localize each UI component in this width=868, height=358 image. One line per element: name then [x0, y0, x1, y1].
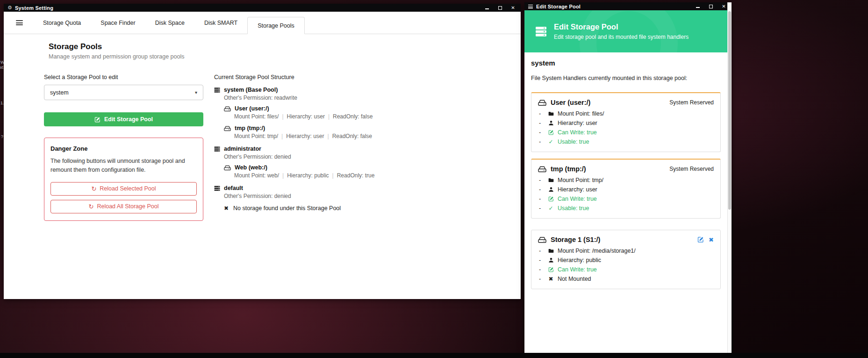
pool-name: default	[224, 185, 243, 191]
titlebar[interactable]: ⚙ System Setting ✕	[4, 4, 521, 12]
minimize-button[interactable]	[484, 5, 490, 11]
hdd-icon	[224, 106, 231, 112]
handler-name: tmp (tmp:/)	[551, 165, 586, 173]
usable-value: Usable: true	[558, 139, 589, 145]
close-button[interactable]: ✕	[721, 3, 727, 9]
separator: |	[329, 172, 337, 179]
mount-point-value: Mount Point: tmp/	[558, 177, 603, 183]
hierarchy: Hierarchy: user	[287, 113, 325, 120]
page-title: Storage Pools	[49, 42, 507, 51]
pool-permission: Other's Permission: denied	[224, 193, 507, 199]
handler-card: User (user:/) System Reserved - Mount Po…	[531, 92, 721, 152]
storage-pool-select[interactable]: system ▾	[44, 85, 203, 100]
dash: -	[539, 196, 547, 202]
storage-name: User (user:/)	[235, 105, 269, 112]
dash: -	[539, 257, 547, 263]
banner-title: Edit Storage Pool	[554, 22, 689, 31]
storage-details: Mount Point: files/|Hierarchy: user|Read…	[234, 113, 507, 120]
handler-card: Storage 1 (S1:/) ✖ - Mount Point: /media…	[531, 230, 721, 289]
check-icon: ✓	[547, 205, 554, 211]
maximize-button[interactable]	[708, 3, 714, 9]
handler-actions: ✖	[697, 236, 714, 243]
reload-all-pool-button[interactable]: ↻ Reload All Storage Pool	[50, 200, 197, 213]
edit-storage-pool-button[interactable]: Edit Storage Pool	[44, 112, 203, 126]
danger-zone-description: The following buttons will unmount stora…	[50, 157, 194, 175]
hierarchy-value: Hierarchy: public	[558, 257, 601, 263]
hdd-icon	[538, 99, 546, 106]
folder-icon	[547, 177, 554, 183]
mount-point-row: - Mount Point: /media/storage1/	[538, 248, 714, 254]
folder-icon	[547, 111, 554, 117]
usable-row: - ✓ Usable: true	[538, 205, 714, 212]
storage-item: Web (web:/) Mount Point: web/|Hierarchy:…	[224, 164, 507, 179]
reload-selected-pool-button[interactable]: ↻ Reload Selected Pool	[50, 182, 197, 196]
dash: -	[539, 120, 547, 126]
server-icon	[214, 146, 220, 152]
tab-disk-space[interactable]: Disk Space	[145, 12, 194, 34]
hierarchy-value: Hierarchy: user	[558, 186, 597, 193]
tab-space-finder[interactable]: Space Finder	[91, 12, 145, 34]
dash: -	[539, 266, 547, 273]
select-value: system	[50, 89, 69, 96]
refresh-icon: ↻	[89, 204, 94, 210]
maximize-button[interactable]	[497, 5, 503, 11]
edit-handler-button[interactable]	[697, 236, 704, 243]
banner: Edit Storage Pool Edit storage pool and …	[524, 10, 732, 52]
edit-pool-body: system File System Handlers currently mo…	[524, 52, 727, 289]
scrollbar-thumb[interactable]	[728, 11, 731, 210]
readonly-flag: ReadOnly: false	[333, 113, 373, 120]
tab-storage-quota[interactable]: Storage Quota	[33, 12, 91, 34]
mount-point-row: - Mount Point: tmp/	[538, 177, 714, 183]
pool-permission: Other's Permission: readwrite	[224, 95, 507, 101]
banner-subtitle: Edit storage pool and its mounted file s…	[554, 34, 689, 40]
close-button[interactable]: ✕	[510, 5, 516, 11]
edit-icon	[94, 117, 100, 123]
scrollbar[interactable]	[727, 2, 732, 358]
not-mounted-value: Not Mounted	[558, 276, 591, 282]
separator: |	[279, 113, 287, 120]
hdd-icon	[224, 165, 231, 171]
tab-disk-smart[interactable]: Disk SMART	[194, 12, 247, 34]
cross-icon: ✖	[547, 276, 554, 282]
handler-name: User (user:/)	[551, 99, 590, 106]
edit-storage-pool-window: Edit Storage Pool ✕ Edit Storage Pool Ed…	[524, 2, 732, 358]
window-title: Edit Storage Pool	[536, 4, 581, 9]
caret-down-icon: ▾	[195, 90, 197, 95]
remove-handler-button[interactable]: ✖	[709, 237, 714, 243]
menu-icon[interactable]	[16, 20, 23, 25]
maximize-icon	[498, 6, 502, 10]
pool-name: administrator	[224, 146, 261, 152]
tab-storage-pools[interactable]: Storage Pools	[247, 17, 305, 34]
taskbar	[0, 353, 868, 358]
storage-item: User (user:/) Mount Point: files/|Hierar…	[224, 105, 507, 120]
system-setting-window: ⚙ System Setting ✕ Storage Quota Space F…	[4, 4, 521, 299]
pool-item: system (Base Pool) Other's Permission: r…	[214, 87, 507, 139]
not-mounted-row: - ✖ Not Mounted	[538, 276, 714, 282]
dash: -	[539, 205, 547, 212]
hierarchy: Hierarchy: public	[287, 172, 329, 179]
readonly-flag: ReadOnly: false	[332, 133, 372, 139]
check-icon: ✓	[547, 139, 554, 145]
page-subtitle: Manage system and permission group stora…	[49, 53, 507, 60]
hdd-icon	[538, 236, 546, 243]
can-write-row: - Can Write: true	[538, 266, 714, 273]
titlebar[interactable]: Edit Storage Pool ✕	[524, 2, 732, 10]
edit-button-label: Edit Storage Pool	[104, 116, 153, 123]
dash: -	[539, 248, 547, 254]
minimize-button[interactable]	[695, 3, 701, 9]
cross-icon: ✖	[224, 205, 229, 212]
mount-point-row: - Mount Point: files/	[538, 110, 714, 117]
select-pool-label: Select a Storage Pool to edit	[44, 74, 203, 80]
pool-name-heading: system	[531, 59, 721, 67]
dash: -	[539, 186, 547, 193]
user-icon	[547, 187, 554, 192]
can-write-row: - Can Write: true	[538, 129, 714, 136]
usable-value: Usable: true	[558, 205, 589, 212]
desktop-icon-label-fragment: xt	[0, 65, 3, 70]
system-reserved-badge: System Reserved	[669, 99, 714, 106]
window-controls: ✕	[484, 5, 517, 11]
usable-row: - ✓ Usable: true	[538, 139, 714, 145]
danger-zone-title: Danger Zone	[50, 145, 197, 152]
system-reserved-badge: System Reserved	[669, 166, 714, 172]
handler-name: Storage 1 (S1:/)	[551, 236, 600, 243]
